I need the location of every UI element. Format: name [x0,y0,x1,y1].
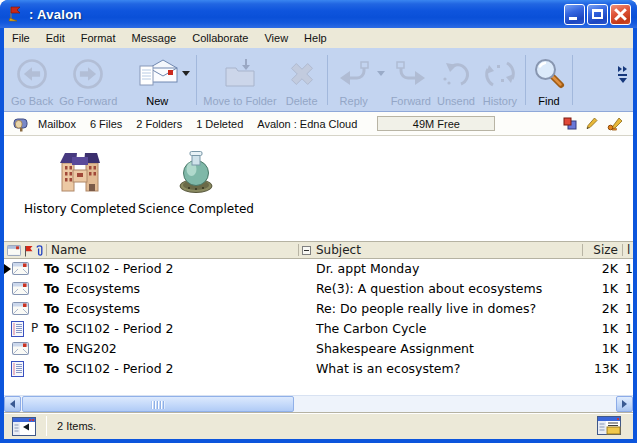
items-count: 2 Items. [57,420,96,432]
message-list: To SCI102 - Period 2 Dr. appt Monday 2K … [4,259,633,395]
history-button[interactable]: History [478,51,522,109]
find-button[interactable]: Find [529,51,569,109]
to-label: To [44,281,59,296]
horizontal-scrollbar[interactable] [4,395,633,412]
collapse-subject-icon[interactable] [302,246,311,255]
new-message-icon [135,52,179,95]
permissions-pencil-key-icon[interactable] [607,117,623,131]
message-row[interactable]: To Ecosystems Re(3): A question about ec… [4,279,633,299]
subject-column-header[interactable]: Subject [316,243,361,257]
truncated-column-header[interactable]: l [627,243,630,257]
history-completed-label: History Completed [24,202,136,216]
delete-button[interactable]: Delete [280,51,324,109]
menu-bar: File Edit Format Message Collaborate Vie… [4,28,633,48]
status-divider [46,416,47,436]
recipient-name: Ecosystems [66,301,140,316]
forward-button[interactable]: Forward [388,51,434,109]
science-completed-label: Science Completed [138,202,254,216]
size-column-header[interactable]: Size [560,243,618,257]
reply-button[interactable]: Reply [331,51,377,109]
message-date-truncated: 1 [625,361,633,376]
app-icon [6,5,24,23]
new-dropdown-button[interactable] [182,51,193,109]
minimize-button[interactable] [564,4,585,25]
toolbar-separator [327,55,328,105]
close-icon [611,5,630,24]
recipient-name: SCI102 - Period 2 [66,321,174,336]
overflow-divider [618,74,627,76]
column-divider[interactable] [622,244,623,256]
message-row[interactable]: To SCI102 - Period 2 Dr. appt Monday 2K … [4,259,633,279]
reply-dropdown-button[interactable] [377,51,388,109]
forward-message-icon [391,52,431,95]
move-to-folder-icon [220,52,260,95]
column-divider[interactable] [46,244,47,256]
application-window: : Avalon File Edit Format Message Collab… [0,0,637,443]
delete-x-icon [283,52,321,95]
history-building-icon [56,148,104,194]
message-size: 1K [560,281,618,296]
find-label: Find [538,95,559,108]
scrollbar-thumb[interactable] [22,396,294,412]
history-icon [481,52,519,95]
reply-label: Reply [340,95,368,108]
science-flask-icon [172,148,220,194]
message-column-icon[interactable] [7,245,21,259]
folder-name: Mailbox [38,118,76,130]
recipient-name: SCI102 - Period 2 [66,261,174,276]
message-row[interactable]: To SCI102 - Period 2 What is an ecosyste… [4,359,633,379]
message-date-truncated: 1 [625,261,633,276]
chevron-down-icon [182,71,190,76]
column-divider[interactable] [298,244,299,256]
message-row[interactable]: To ENG202 Shakespeare Assignment 1K 1 [4,339,633,359]
close-button[interactable] [610,4,631,25]
maximize-button[interactable] [587,4,608,25]
recipient-name: ENG202 [66,341,117,356]
menu-collaborate[interactable]: Collaborate [184,30,256,46]
edit-pencil-icon[interactable] [586,117,598,130]
message-date-truncated: 1 [625,281,633,296]
message-subject: Dr. appt Monday [316,261,419,276]
minimize-icon [569,17,577,20]
scroll-left-button[interactable] [4,396,21,412]
name-column-header[interactable]: Name [51,243,86,257]
menu-format[interactable]: Format [73,30,124,46]
new-button[interactable]: New [132,51,182,109]
title-bar[interactable]: : Avalon [0,0,637,28]
go-forward-label: Go Forward [59,95,117,108]
message-date-truncated: 1 [625,321,633,336]
go-back-button[interactable]: Go Back [8,51,56,109]
history-completed-item[interactable]: History Completed [20,148,140,216]
free-space-label: 49M Free [413,118,460,130]
message-list-header: Name Subject Size l [4,241,633,259]
select-squares-icon[interactable] [563,117,577,130]
attachment-column-icon[interactable] [35,244,44,260]
menu-file[interactable]: File [4,30,38,46]
message-subject: Shakespeare Assignment [316,341,474,356]
to-label: To [44,361,59,376]
menu-message[interactable]: Message [124,30,185,46]
collapse-pane-icon[interactable] [12,417,36,436]
menu-view[interactable]: View [256,30,296,46]
mailbox-icon [12,116,30,132]
menu-edit[interactable]: Edit [38,30,73,46]
message-row[interactable]: To Ecosystems Re: Do people really live … [4,299,633,319]
flag-column-icon[interactable] [24,245,33,260]
science-completed-item[interactable]: Science Completed [136,148,256,216]
scroll-right-button[interactable] [616,396,633,412]
toolbar-overflow-button[interactable] [616,51,631,109]
chevron-down-icon [377,71,385,76]
pane-layout-icon[interactable] [597,416,621,435]
message-row[interactable]: P To SCI102 - Period 2 The Carbon Cycle … [4,319,633,339]
go-forward-button[interactable]: Go Forward [56,51,120,109]
unsend-button[interactable]: Unsend [434,51,478,109]
message-envelope-icon [12,342,29,358]
document-icon [11,361,24,380]
menu-help[interactable]: Help [296,30,335,46]
files-count: 6 Files [90,118,122,130]
toolbar-separator [572,55,573,105]
thumb-grip-icon [152,401,165,409]
move-to-folder-button[interactable]: Move to Folder [200,51,279,109]
deleted-count: 1 Deleted [196,118,243,130]
toolbar-separator [525,55,526,105]
